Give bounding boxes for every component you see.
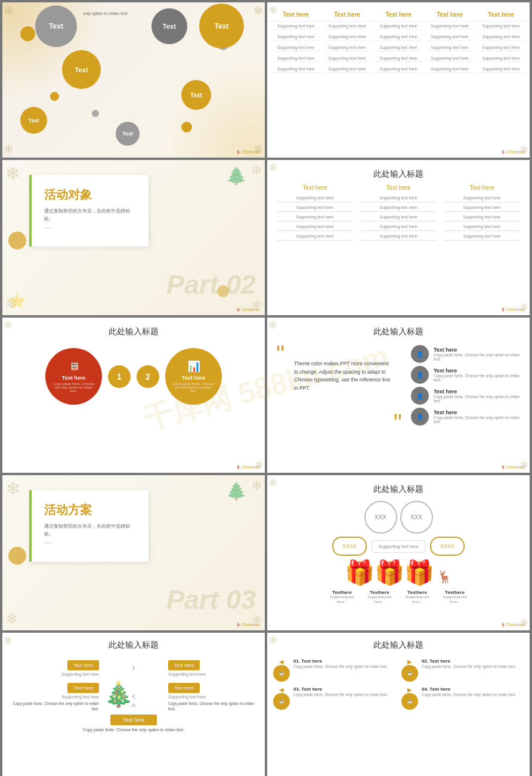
slide-2: ❄ ❄ Text here Text here Text here Text h… bbox=[267, 2, 530, 158]
bottom-desc-3: Supporting text here... bbox=[401, 595, 434, 605]
s4-r3c1: Supporting text here bbox=[277, 213, 352, 221]
christmas-logo-6: 🦌Christmas bbox=[500, 465, 525, 470]
slide4-col3-header: Text here bbox=[444, 184, 519, 191]
s2-r4c5: Supporting text here bbox=[478, 56, 524, 62]
slide4-title: 此处输入标题 bbox=[267, 160, 530, 184]
item-03-left: ◀ ☕ bbox=[273, 686, 290, 710]
slide6-quote-box: " Theme color makes PPT more convenient … bbox=[273, 345, 405, 426]
s2-row-4: Supporting text here Supporting text her… bbox=[267, 54, 530, 64]
slide3-content-box: 活动对象 通过复制剪切的文本后，在此框中选择粘贴。...... bbox=[29, 175, 149, 247]
support-br: Supporting text here bbox=[168, 695, 256, 699]
gray-dot-2 bbox=[92, 110, 99, 117]
slide-7: ❄ ❄ ❄ ❄ 🌲 活动方案 通过复制剪切的文本后，在此框中选择粘贴。.....… bbox=[2, 475, 265, 630]
bubble-label-7: Text bbox=[122, 131, 133, 137]
s2-row-3: Supporting text here Supporting text her… bbox=[267, 43, 530, 54]
gift-icon: 🎁🎁🎁 bbox=[345, 559, 434, 586]
item-01: ◀ ☕ 01. Text here Copy paste fonts. Choo… bbox=[273, 658, 395, 682]
slide4-col-1: Text here Supporting text here Supportin… bbox=[277, 184, 352, 242]
icon-num-01: ☕ bbox=[273, 665, 290, 682]
part-label-s3: Part 02 bbox=[166, 269, 256, 300]
bottom-item-1: Texthere Supporting text here... bbox=[326, 590, 358, 605]
item-04-desc: Copy paste fonts. Choose the only option… bbox=[422, 692, 516, 697]
stocking-icon: 🎄 bbox=[104, 680, 134, 709]
s4-r4c2: Supporting text here bbox=[361, 223, 436, 231]
slide5-process: 🖥 Text here Copy paste fonts. Choose the… bbox=[2, 342, 265, 411]
small-text: only option to retain text. bbox=[83, 11, 128, 16]
s2-col-4: Text here bbox=[426, 11, 472, 18]
s2-r5c2: Supporting text here bbox=[324, 67, 370, 73]
s4-r5c1: Supporting text here bbox=[277, 232, 352, 241]
slide9-item-br: Text here Supporting text here Copy past… bbox=[168, 681, 256, 712]
item-02-num: 02. Text here bbox=[422, 658, 516, 664]
bottom-desc-4: Supporting text here... bbox=[438, 595, 471, 605]
s2-r2c5: Supporting text here bbox=[478, 35, 524, 41]
snowflake-s7-1: ❄ bbox=[5, 478, 20, 499]
s4-r4c1: Supporting text here bbox=[277, 223, 352, 231]
item-03-desc: Copy paste fonts. Choose the only option… bbox=[293, 692, 388, 697]
slide4-col1-header: Text here bbox=[277, 184, 352, 191]
slide-5: ❄ ❄ 此处输入标题 🖥 Text here Copy paste fonts.… bbox=[2, 318, 265, 473]
green-bar-s7 bbox=[29, 490, 32, 562]
icon-row-2: 👤 Text here Copy paste fonts. Choose the… bbox=[411, 366, 524, 384]
person-icon-1: 👤 bbox=[416, 351, 423, 358]
bottom-desc-1: Supporting text here... bbox=[326, 595, 358, 605]
btn-tl: Text here bbox=[67, 660, 99, 670]
support-bl: Supporting text here bbox=[11, 695, 99, 699]
snowflake-s6-tl: ❄ bbox=[268, 319, 277, 332]
snowflake-s9-br: ❄ bbox=[255, 774, 264, 776]
icon-text-4: Text here Copy paste fonts. Choose the o… bbox=[434, 409, 524, 424]
arrow-03: ◀ bbox=[279, 686, 284, 693]
slide8-title: 此处输入标题 bbox=[267, 475, 530, 498]
s4-r4c3: Supporting text here bbox=[444, 223, 519, 231]
presentation-icon: 📊 bbox=[187, 360, 200, 373]
circle-left: 🖥 Text here Copy paste fonts. Choose the… bbox=[45, 348, 102, 405]
s2-col-1: Text here bbox=[273, 11, 318, 18]
orange-dot-s3-1 bbox=[8, 232, 26, 250]
orange-dot-1 bbox=[20, 26, 35, 41]
circle-left-sub: Copy paste fonts. Choose the only option… bbox=[51, 382, 96, 393]
pine-icon-1: 🌲 bbox=[226, 166, 247, 186]
s2-header-row: Text here Text here Text here Text here … bbox=[267, 2, 530, 21]
christmas-logo-7: 🦌Christmas bbox=[236, 623, 260, 627]
cup-icon-02: ☕ bbox=[407, 671, 413, 676]
s2-r4c1: Supporting text here bbox=[273, 56, 318, 62]
christmas-logo-1: 🦌Christmas bbox=[236, 150, 260, 155]
item-04: ▶ ☕ 04. Text here Copy paste fonts. Choo… bbox=[401, 686, 524, 710]
s2-r2c2: Supporting text here bbox=[324, 35, 370, 41]
item-02: ▶ ☕ 02. Text here Copy paste fonts. Choo… bbox=[401, 658, 524, 682]
slide-3: ❄ ❄ ❄ ❄ 🌲 ⭐ 活动对象 通过复制剪切的文本后，在此框中选择粘贴。...… bbox=[2, 160, 265, 315]
snowflake-s5-tl: ❄ bbox=[4, 319, 13, 332]
icon-title-2: Text here bbox=[434, 368, 524, 374]
snowflake-tr-icon: ❄ bbox=[253, 4, 264, 18]
slide7-content-box: 活动方案 通过复制剪切的文本后，在此框中选择粘贴。...... bbox=[29, 490, 149, 562]
christmas-logo-5: 🦌Christmas bbox=[236, 465, 260, 470]
quote-close-icon: " bbox=[394, 411, 402, 435]
arrow-01: ◀ bbox=[279, 658, 284, 665]
s4-r2c3: Supporting text here bbox=[444, 204, 519, 212]
bubble-text-2: Text bbox=[199, 4, 244, 48]
slide10-content: ◀ ☕ 01. Text here Copy paste fonts. Choo… bbox=[267, 655, 530, 718]
snowflake-s2-tl: ❄ bbox=[268, 4, 277, 17]
slides-grid: ❄ ❄ ❄ ❄ Text only option to retain text.… bbox=[0, 0, 532, 776]
pine-icon-s7: 🌲 bbox=[226, 481, 247, 501]
item-04-num: 04. Text here bbox=[422, 686, 516, 692]
icon-desc-1: Copy paste fonts. Choose the only option… bbox=[434, 353, 524, 361]
slide9-item-tl: Text here Supporting text here bbox=[11, 658, 99, 676]
bottom-title-1: Texthere bbox=[326, 590, 358, 595]
monitor-icon: 🖥 bbox=[69, 361, 79, 373]
deer-icon: 🦌 bbox=[437, 570, 452, 583]
s4-r3c3: Supporting text here bbox=[444, 213, 519, 221]
s4-r2c1: Supporting text here bbox=[277, 204, 352, 212]
snowflake-s7-3: ❄ bbox=[5, 610, 18, 627]
slide8-bottom-items: Texthere Supporting text here... Texther… bbox=[326, 590, 471, 605]
orange-dot-2 bbox=[50, 92, 59, 101]
christmas-logo-2: 🦌Christmas bbox=[500, 150, 525, 155]
snowflake-s8-tl: ❄ bbox=[268, 476, 277, 489]
s2-r4c4: Supporting text here bbox=[426, 56, 472, 62]
slide-9: ❄ ❄ 此处输入标题 Text here Supporting text her… bbox=[2, 633, 265, 776]
christmas-logo-3: 🦌Christmas bbox=[236, 307, 260, 312]
s2-r3c3: Supporting text here bbox=[375, 45, 421, 51]
bottom-title-2: Texthere bbox=[363, 590, 396, 595]
s2-r4c2: Supporting text here bbox=[324, 56, 370, 62]
slide9-title: 此处输入标题 bbox=[2, 633, 265, 655]
